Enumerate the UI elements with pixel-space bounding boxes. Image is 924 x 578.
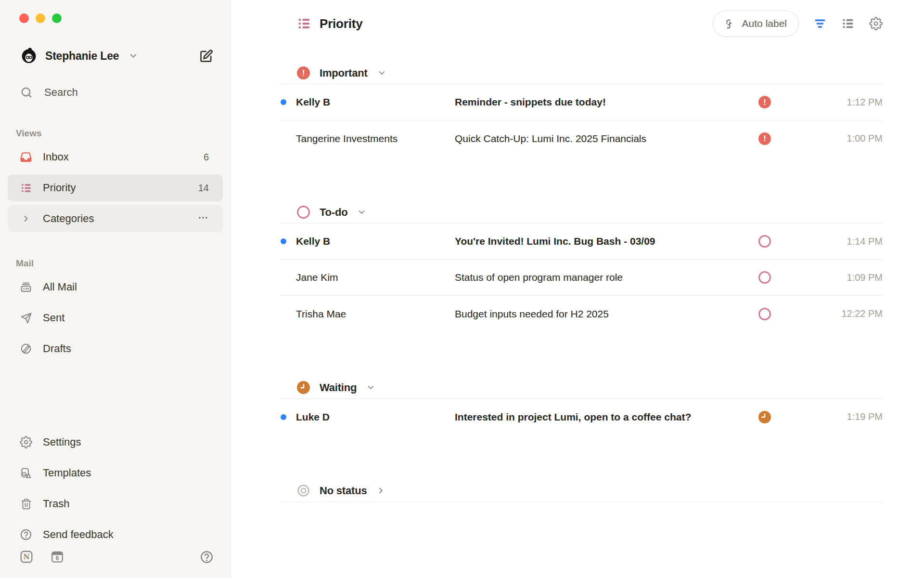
sender: Luke D <box>296 411 455 423</box>
shapes-icon <box>20 467 32 479</box>
subject: Reminder - snippets due today! <box>455 96 757 108</box>
more-options-icon[interactable] <box>197 212 209 226</box>
subject: You're Invited! Lumi Inc. Bug Bash - 03/… <box>455 236 757 247</box>
timestamp: 1:14 PM <box>772 236 883 247</box>
minimize-button[interactable] <box>36 13 45 23</box>
sidebar-item-label: All Mail <box>43 281 209 293</box>
important-badge-icon[interactable] <box>758 132 771 145</box>
todo-badge-icon[interactable] <box>758 271 771 284</box>
sidebar-item-send-feedback[interactable]: Send feedback <box>8 521 223 548</box>
subject: Interested in project Lumi, open to a co… <box>455 411 757 423</box>
unread-dot <box>281 238 286 244</box>
sidebar-item-templates[interactable]: Templates <box>8 460 223 486</box>
group-header-no-status[interactable]: No status <box>280 480 883 502</box>
avatar <box>20 47 38 65</box>
notion-logo-button[interactable]: N <box>19 550 34 564</box>
group-waiting: Waiting Luke D Interested in project Lum… <box>280 377 883 435</box>
sidebar-item-drafts[interactable]: Drafts <box>8 335 223 362</box>
todo-icon <box>297 206 310 219</box>
group-name: Waiting <box>320 381 357 394</box>
auto-label-text: Auto label <box>742 18 787 29</box>
calendar-button[interactable]: 6 <box>50 550 64 564</box>
waiting-badge-icon[interactable] <box>758 411 771 423</box>
svg-text:N: N <box>23 553 29 561</box>
sender: Jane Kim <box>296 272 455 283</box>
help-button[interactable] <box>200 550 214 564</box>
sidebar-item-sent[interactable]: Sent <box>8 304 223 331</box>
filter-icon <box>813 17 827 30</box>
sidebar-item-label: Categories <box>43 212 197 225</box>
mail-stack-icon <box>20 281 32 293</box>
compose-button[interactable] <box>199 49 214 64</box>
sidebar-bottom-bar: N 6 <box>19 548 214 565</box>
page-title: Priority <box>320 16 362 31</box>
sidebar-item-label: Priority <box>43 182 198 194</box>
sidebar-item-trash[interactable]: Trash <box>8 490 223 517</box>
important-badge-icon[interactable] <box>758 96 771 108</box>
sidebar-item-all-mail[interactable]: All Mail <box>8 274 223 301</box>
email-row[interactable]: Kelly B You're Invited! Lumi Inc. Bug Ba… <box>280 223 883 260</box>
sidebar-section-label-views: Views <box>16 128 223 139</box>
chevron-right-icon <box>376 486 385 495</box>
timestamp: 1:00 PM <box>772 133 883 144</box>
window-controls <box>19 13 223 23</box>
notion-icon: N <box>19 550 34 564</box>
group-name: Important <box>320 67 368 79</box>
sender: Kelly B <box>296 96 455 108</box>
timestamp: 12:22 PM <box>772 308 883 319</box>
sidebar-item-priority[interactable]: Priority 14 <box>8 174 223 201</box>
email-row[interactable]: Jane Kim Status of open program manager … <box>280 260 883 296</box>
trash-icon <box>20 498 32 510</box>
close-button[interactable] <box>19 13 29 23</box>
face-icon <box>723 17 736 30</box>
chevron-down-icon <box>357 208 366 217</box>
sidebar-item-settings[interactable]: Settings <box>8 429 223 456</box>
no-status-icon <box>297 484 310 497</box>
email-row[interactable]: Tangerine Investments Quick Catch-Up: Lu… <box>280 120 883 157</box>
sidebar-section-label-mail: Mail <box>16 258 223 269</box>
sidebar: Stephanie Lee Search Views Inbox 6 Prior… <box>0 0 231 578</box>
priority-icon <box>297 16 311 31</box>
email-row[interactable]: Kelly B Reminder - snippets due today! 1… <box>280 84 883 120</box>
sidebar-item-categories[interactable]: Categories <box>8 205 223 232</box>
group-header-important[interactable]: Important <box>280 62 883 84</box>
list-view-button[interactable] <box>841 17 855 30</box>
sidebar-item-label: Inbox <box>43 151 204 163</box>
todo-badge-icon[interactable] <box>758 235 771 248</box>
todo-badge-icon[interactable] <box>758 308 771 320</box>
sidebar-item-label: Settings <box>43 436 209 448</box>
chevron-down-icon <box>366 383 375 392</box>
sidebar-item-label: Send feedback <box>43 528 209 541</box>
group-important: Important Kelly B Reminder - snippets du… <box>280 62 883 157</box>
app-window: Stephanie Lee Search Views Inbox 6 Prior… <box>0 0 924 578</box>
sidebar-item-label: Trash <box>43 498 209 510</box>
view-settings-button[interactable] <box>869 17 883 30</box>
subject: Budget inputs needed for H2 2025 <box>455 308 757 320</box>
sidebar-item-inbox[interactable]: Inbox 6 <box>8 144 223 171</box>
subject: Status of open program manager role <box>455 272 757 283</box>
sender: Trisha Mae <box>296 308 455 320</box>
account-switcher[interactable]: Stephanie Lee <box>20 47 199 65</box>
sender: Tangerine Investments <box>296 133 455 144</box>
filter-button[interactable] <box>813 17 827 30</box>
auto-label-button[interactable]: Auto label <box>713 11 799 37</box>
inbox-icon <box>20 151 32 163</box>
gear-icon <box>869 17 883 30</box>
views-nav: Inbox 6 Priority 14 Categories <box>8 144 223 232</box>
subject: Quick Catch-Up: Lumi Inc. 2025 Financial… <box>455 133 757 144</box>
group-no-status: No status <box>280 480 883 502</box>
zoom-button[interactable] <box>52 13 62 23</box>
waiting-icon <box>297 381 310 394</box>
help-icon <box>200 550 214 564</box>
priority-icon <box>20 182 32 194</box>
email-row[interactable]: Trisha Mae Budget inputs needed for H2 2… <box>280 296 883 332</box>
footer-nav: Settings Templates Trash Send feedback <box>8 429 223 548</box>
calendar-icon: 6 <box>50 550 64 564</box>
search-input[interactable]: Search <box>20 81 215 104</box>
sidebar-item-label: Sent <box>43 312 209 324</box>
help-icon <box>20 528 32 541</box>
group-header-todo[interactable]: To-do <box>280 201 883 223</box>
email-row[interactable]: Luke D Interested in project Lumi, open … <box>280 399 883 435</box>
svg-text:6: 6 <box>56 555 59 562</box>
group-header-waiting[interactable]: Waiting <box>280 377 883 399</box>
